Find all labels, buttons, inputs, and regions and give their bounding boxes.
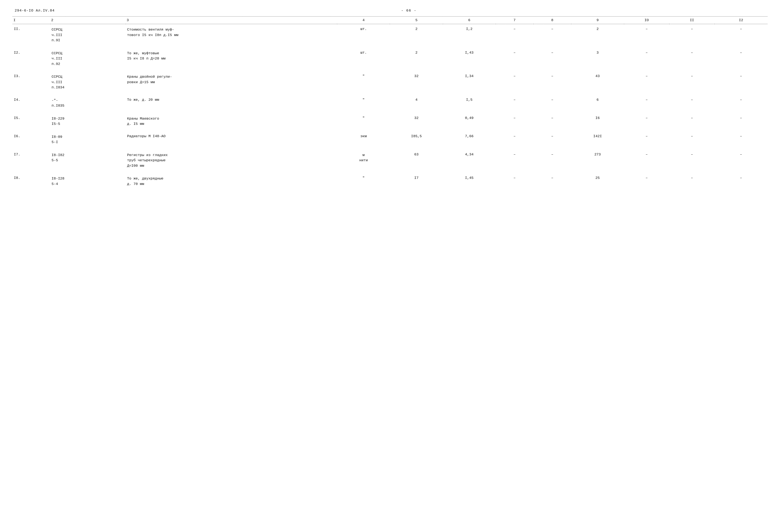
cell-row4-col11: – [669, 95, 715, 111]
cell-row5-col8: – [534, 113, 571, 130]
cell-row2-col7: – [496, 48, 534, 70]
cell-row3-col8: – [534, 71, 571, 93]
cell-row7-col4: м нити [337, 150, 390, 171]
cell-row2-col5: 2 [390, 48, 443, 70]
cell-row4-col7: – [496, 95, 534, 111]
cell-row3-col6: I,34 [443, 71, 496, 93]
cell-row1-col6: I,2 [443, 24, 496, 46]
table-row: I5.I8-229 I5-5Краны Маевского д. I5 мм"3… [12, 113, 768, 130]
cell-row6-col4: экм [337, 131, 390, 148]
cell-row3-col7: – [496, 71, 534, 93]
header-center-text: - 66 - [401, 9, 417, 12]
cell-row7-col12: – [715, 150, 768, 171]
cell-row5-col6: 0,49 [443, 113, 496, 130]
col-header-12: I2 [715, 16, 768, 24]
cell-row5-col12: – [715, 113, 768, 130]
cell-row6-col6: 7,66 [443, 131, 496, 148]
cell-row4-col10: – [624, 95, 669, 111]
cell-row6-col12: – [715, 131, 768, 148]
cell-row4-col2: -"- п.I035 [50, 95, 126, 111]
cell-row4-col9: 6 [571, 95, 624, 111]
col-header-5: 5 [390, 16, 443, 24]
cell-row1-col11: – [669, 24, 715, 46]
cell-row5-col7: – [496, 113, 534, 130]
cell-row5-col10: – [624, 113, 669, 130]
spacer-row [12, 190, 768, 191]
table-row: II.ССРСЦ ч.III п.9IСтоимость вентиля муф… [12, 24, 768, 46]
cell-row2-col12: – [715, 48, 768, 70]
cell-row5-col4: " [337, 113, 390, 130]
cell-row7-col6: 4,34 [443, 150, 496, 171]
cell-row6-col7: – [496, 131, 534, 148]
cell-row7-col2: I8-I82 5-5 [50, 150, 126, 171]
cell-row7-col9: 273 [571, 150, 624, 171]
header-right-space [763, 8, 765, 12]
cell-row4-col8: – [534, 95, 571, 111]
cell-row2-col6: I,43 [443, 48, 496, 70]
table-row: I6.I8-09 5-IРадиаторы М I40-АОэкмI85,57,… [12, 131, 768, 148]
spacer-row [12, 171, 768, 173]
cell-row4-col12: – [715, 95, 768, 111]
cell-row2-col8: – [534, 48, 571, 70]
cell-row2-col4: шт. [337, 48, 390, 70]
page-header: 294-6-IO Ал.IV.84 - 66 - [12, 8, 768, 12]
cell-row1-col1: II. [12, 24, 50, 46]
col-header-6: 6 [443, 16, 496, 24]
col-header-8: 8 [534, 16, 571, 24]
table-row: I3.ССРСЦ ч.III п.I034Краны двойной регул… [12, 71, 768, 93]
cell-row4-col6: I,5 [443, 95, 496, 111]
col-header-11: II [669, 16, 715, 24]
cell-row7-col11: – [669, 150, 715, 171]
table-row: I2.ССРСЦ ч.III п.92То же, муфтовые I5 кч… [12, 48, 768, 70]
table-row: I8.I8-I28 5-4То же, двухрядные д. 70 мм"… [12, 173, 768, 190]
cell-row7-col10: – [624, 150, 669, 171]
cell-row6-col2: I8-09 5-I [50, 131, 126, 148]
cell-row3-col11: – [669, 71, 715, 93]
cell-row3-col4: " [337, 71, 390, 93]
cell-row1-col8: – [534, 24, 571, 46]
cell-row1-col4: шт. [337, 24, 390, 46]
cell-row1-col12: – [715, 24, 768, 46]
main-table-container: I 2 3 4 5 6 7 8 9 IO II I2 II.ССРСЦ ч.II… [12, 16, 768, 191]
cell-row8-col6: I,45 [443, 173, 496, 190]
column-header-row: I 2 3 4 5 6 7 8 9 IO II I2 [12, 16, 768, 24]
cell-row2-col9: 3 [571, 48, 624, 70]
cell-row6-col10: – [624, 131, 669, 148]
spacer-row [12, 46, 768, 48]
cell-row6-col1: I6. [12, 131, 50, 148]
cell-row8-col3: То же, двухрядные д. 70 мм [126, 173, 337, 190]
cell-row5-col5: 32 [390, 113, 443, 130]
cell-row8-col10: – [624, 173, 669, 190]
cell-row7-col1: I7. [12, 150, 50, 171]
cell-row8-col9: 25 [571, 173, 624, 190]
cell-row4-col4: " [337, 95, 390, 111]
col-header-2: 2 [50, 16, 126, 24]
cell-row2-col10: – [624, 48, 669, 70]
main-table: I 2 3 4 5 6 7 8 9 IO II I2 II.ССРСЦ ч.II… [12, 16, 768, 191]
cell-row7-col7: – [496, 150, 534, 171]
cell-row1-col5: 2 [390, 24, 443, 46]
cell-row3-col9: 43 [571, 71, 624, 93]
cell-row3-col5: 32 [390, 71, 443, 93]
cell-row8-col8: – [534, 173, 571, 190]
cell-row1-col7: – [496, 24, 534, 46]
table-row: I7.I8-I82 5-5Регистры из гладких труб че… [12, 150, 768, 171]
col-header-3: 3 [126, 16, 337, 24]
col-header-9: 9 [571, 16, 624, 24]
cell-row6-col8: – [534, 131, 571, 148]
cell-row2-col1: I2. [12, 48, 50, 70]
spacer-row [12, 111, 768, 113]
cell-row4-col5: 4 [390, 95, 443, 111]
cell-row6-col9: I42I [571, 131, 624, 148]
cell-row5-col3: Краны Маевского д. I5 мм [126, 113, 337, 130]
cell-row6-col11: – [669, 131, 715, 148]
table-row: I4.-"- п.I035То же, д. 20 мм"4I,5––6––– [12, 95, 768, 111]
cell-row1-col9: 2 [571, 24, 624, 46]
cell-row8-col2: I8-I28 5-4 [50, 173, 126, 190]
cell-row1-col10: – [624, 24, 669, 46]
cell-row3-col3: Краны двойной регули- ровки Д=15 мм [126, 71, 337, 93]
cell-row5-col11: – [669, 113, 715, 130]
spacer-row [12, 148, 768, 150]
cell-row6-col5: I85,5 [390, 131, 443, 148]
spacer-row [12, 69, 768, 71]
